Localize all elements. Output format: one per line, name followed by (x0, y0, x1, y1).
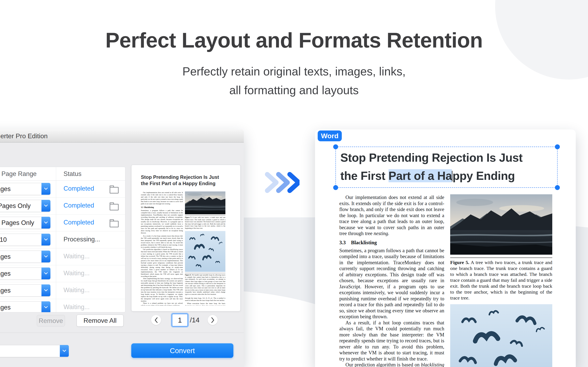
app-content: Page Range Status Pages Completed d Page… (0, 129, 244, 367)
page-range-select[interactable]: Pages (0, 301, 51, 312)
conversion-arrows-icon (264, 172, 300, 194)
chevron-down-icon (42, 250, 51, 262)
status-text: Completed (63, 202, 94, 209)
table-header: Page Range Status (0, 167, 125, 181)
page-subtitle-line2: all formatting and layouts (0, 83, 588, 97)
column-header-page-range: Page Range (1, 170, 36, 178)
chevron-down-icon (60, 345, 69, 357)
converter-app-window: erter Pro Edition Page Range Status Page… (0, 129, 244, 367)
selection-handle[interactable] (333, 185, 338, 190)
open-folder-icon[interactable] (110, 202, 119, 210)
table-row: Pages Waiting... (0, 248, 125, 265)
chevron-down-icon (42, 183, 51, 195)
status-text: Waiting... (63, 286, 90, 294)
status-text: Waiting... (63, 253, 90, 260)
word-doc-title[interactable]: Stop Pretending Rejection Is Just the Fi… (340, 149, 553, 185)
page-number-input[interactable]: 1 (172, 314, 188, 326)
word-doc-left-column: Our implementation does not extend at al… (339, 194, 444, 367)
table-row: Pages Waiting... (0, 299, 125, 312)
open-folder-icon[interactable] (110, 219, 119, 227)
selection-handle[interactable] (555, 185, 560, 190)
next-page-button[interactable] (208, 315, 218, 325)
document-preview-panel[interactable]: Stop Pretending Rejection Is Just the Fi… (131, 165, 241, 311)
page-range-select[interactable]: ,7,10 (0, 234, 51, 246)
page-range-value: Pages (0, 304, 11, 311)
page-range-select[interactable]: d Pages Only (0, 200, 51, 212)
preview-right-column: Figure 5. A tree with two traces, a trun… (185, 192, 225, 306)
title-selection-box[interactable]: Stop Pretending Rejection Is Just the Fi… (336, 147, 558, 188)
page-range-select[interactable]: Pages (0, 183, 51, 195)
page-range-select[interactable]: Pages (0, 250, 51, 263)
convert-button[interactable]: Convert (131, 343, 233, 358)
page-range-value: Pages (0, 185, 11, 193)
page-range-value: d Pages Only (0, 202, 31, 210)
word-document-preview: Word Stop Pretending Rejection Is Just t… (315, 129, 576, 367)
page-range-value: Pages (0, 253, 11, 260)
toolbar-divider (0, 333, 244, 333)
page-subtitle-line1: Perfectly retain original texts, images,… (0, 65, 588, 78)
chevron-down-icon (42, 267, 51, 279)
mountain-photo (450, 194, 552, 255)
page: Perfect Layout and Formats Retention Per… (0, 0, 588, 367)
table-row: ,7,10 Processing... (0, 231, 125, 248)
output-format-select[interactable] (0, 345, 69, 357)
chevron-down-icon (42, 301, 51, 312)
status-text: Processing... (63, 236, 100, 243)
table-row: Pages Waiting... (0, 265, 125, 282)
word-format-badge: Word (318, 131, 342, 141)
page-range-select[interactable]: Pages (0, 284, 51, 297)
selection-handle[interactable] (555, 144, 560, 149)
chevron-down-icon (42, 217, 51, 229)
preview-doc-title: Stop Pretending Rejection Is Just the Fi… (141, 174, 225, 187)
selection-handle[interactable] (333, 144, 338, 149)
status-text: Completed (63, 219, 94, 226)
status-text: Completed (63, 185, 94, 192)
page-range-value: Pages (0, 270, 11, 277)
chevron-down-icon (42, 200, 51, 212)
table-row: en Pages Only Completed (0, 214, 125, 231)
page-range-select[interactable]: en Pages Only (0, 217, 51, 229)
page-range-value: Pages (0, 287, 11, 294)
previous-page-button[interactable] (151, 315, 161, 325)
table-column-divider (56, 167, 56, 312)
table-row: d Pages Only Completed (0, 197, 125, 215)
page-range-value: ,7,10 (0, 236, 7, 243)
birds-photo (450, 304, 552, 367)
page-range-select[interactable]: Pages (0, 267, 51, 280)
hero-section: Perfect Layout and Formats Retention Per… (0, 0, 588, 97)
remove-button[interactable]: Remove (37, 315, 65, 326)
status-text: Waiting... (63, 303, 90, 311)
page-total-label: /14 (190, 316, 199, 324)
table-row: Pages Waiting... (0, 282, 125, 299)
conversion-task-table: Page Range Status Pages Completed d Page… (0, 167, 125, 312)
page-title: Perfect Layout and Formats Retention (0, 0, 588, 52)
chevron-down-icon (42, 284, 51, 296)
word-doc-right-column: Figure 5. A tree with two traces, a trun… (450, 194, 552, 367)
open-folder-icon[interactable] (110, 185, 119, 193)
status-text: Waiting... (63, 269, 90, 277)
selected-text: Part of a Ha (389, 169, 452, 182)
table-row: Pages Completed (0, 180, 125, 198)
remove-all-button[interactable]: Remove All (77, 315, 123, 327)
chevron-down-icon (42, 234, 51, 245)
column-header-status: Status (63, 170, 81, 178)
mountain-photo (185, 192, 225, 214)
preview-left-column: Our implementation does not extend at al… (141, 192, 183, 306)
page-range-value: en Pages Only (0, 219, 34, 226)
birds-photo (185, 231, 225, 272)
